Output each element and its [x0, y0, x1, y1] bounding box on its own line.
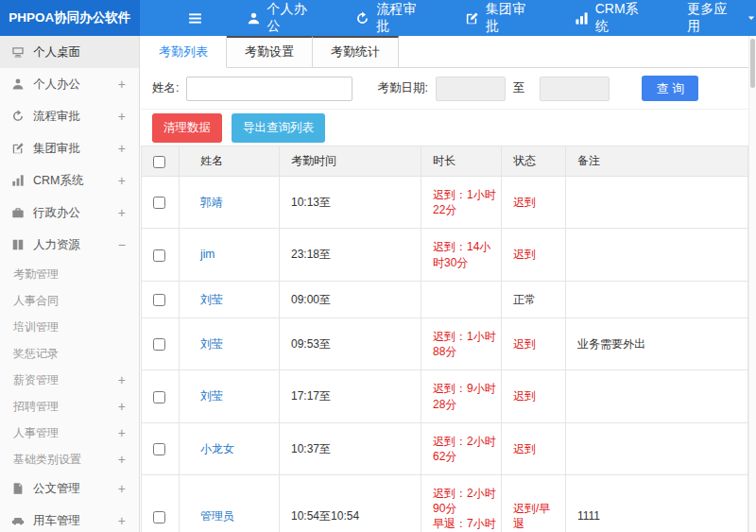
- sidebar-item-label: 人力资源: [33, 237, 80, 253]
- status: 迟到/早退: [502, 475, 566, 532]
- note: [566, 177, 748, 229]
- select-all-checkbox[interactable]: [153, 156, 165, 168]
- expand-indicator[interactable]: +: [118, 373, 126, 386]
- clean-data-button[interactable]: 清理数据: [152, 113, 222, 143]
- row-checkbox[interactable]: [153, 197, 165, 209]
- sidebar-item-label: 薪资管理: [13, 372, 59, 388]
- note: 业务需要外出: [566, 317, 748, 369]
- scrollbar-thumb[interactable]: [750, 39, 755, 88]
- chevron-down-icon: [747, 13, 756, 23]
- expand-indicator[interactable]: +: [118, 453, 126, 466]
- sidebar-item-crm[interactable]: CRM系统 +: [0, 164, 139, 197]
- duration: 迟到：2小时90分 早退：7小时10分: [421, 475, 502, 532]
- sidebar-item-label: 用车管理: [33, 513, 80, 529]
- collapse-indicator[interactable]: −: [118, 238, 126, 251]
- row-checkbox[interactable]: [153, 391, 165, 403]
- col-header-name: 姓名: [180, 146, 280, 177]
- sidebar-item-document-mgmt[interactable]: 公文管理 +: [0, 472, 139, 505]
- top-nav: 个人办公 流程审批 集团审批 CRM系统 更多应用: [247, 1, 756, 35]
- sidebar-subitem-attendance-mgmt[interactable]: 考勤管理: [0, 261, 139, 287]
- nav-more-apps[interactable]: 更多应用: [687, 1, 756, 35]
- employee-name-link[interactable]: 郭靖: [200, 196, 223, 209]
- nav-label: 更多应用: [687, 1, 740, 35]
- expand-indicator[interactable]: +: [118, 77, 126, 91]
- table-row: 小龙女 10:37至 迟到：2小时62分 迟到: [142, 422, 748, 474]
- nav-crm-system[interactable]: CRM系统: [575, 1, 652, 35]
- row-checkbox[interactable]: [153, 443, 165, 455]
- sidebar-subitem-salary-mgmt[interactable]: 薪资管理 +: [0, 367, 139, 393]
- sidebar-item-label: 基础类别设置: [13, 452, 81, 468]
- sidebar-item-personal-office[interactable]: 个人办公 +: [0, 68, 139, 100]
- sidebar-item-label: 个人办公: [33, 77, 80, 93]
- sidebar-subitem-personnel-mgmt[interactable]: 人事管理 +: [0, 420, 139, 446]
- nav-personal-office[interactable]: 个人办公: [247, 1, 320, 35]
- expand-indicator[interactable]: +: [118, 110, 126, 123]
- car-icon: [11, 514, 25, 527]
- sidebar-subitem-hr-contract[interactable]: 人事合同: [0, 287, 139, 314]
- person-icon: [11, 77, 25, 91]
- sidebar-item-admin-office[interactable]: 行政办公 +: [0, 197, 139, 229]
- hamburger-menu-button[interactable]: [187, 10, 203, 26]
- flow-icon: [355, 11, 369, 26]
- employee-name-link[interactable]: 刘莹: [200, 389, 223, 403]
- sidebar-item-label: 考勤管理: [13, 266, 59, 283]
- briefcase-icon: [11, 206, 25, 219]
- expand-indicator[interactable]: +: [118, 142, 126, 155]
- employee-name-link[interactable]: 小龙女: [200, 442, 234, 455]
- sidebar-item-desktop[interactable]: 个人桌面: [0, 36, 139, 68]
- nav-workflow-approval[interactable]: 流程审批: [355, 1, 429, 35]
- expand-indicator[interactable]: +: [118, 400, 126, 413]
- sidebar-item-hr[interactable]: 人力资源 −: [0, 229, 139, 261]
- action-bar: 清理数据 导出查询列表: [141, 110, 748, 146]
- tab-attendance-settings[interactable]: 考勤设置: [227, 36, 313, 68]
- row-checkbox[interactable]: [153, 338, 165, 351]
- duration: 迟到：1小时22分: [421, 177, 502, 229]
- tab-attendance-stats[interactable]: 考勤统计: [313, 36, 399, 68]
- row-checkbox[interactable]: [153, 511, 165, 523]
- row-checkbox[interactable]: [153, 249, 165, 262]
- sidebar-item-workflow-approval[interactable]: 流程审批 +: [0, 100, 139, 132]
- nav-label: 集团审批: [486, 1, 539, 35]
- attendance-time: 10:37至: [280, 422, 421, 474]
- nav-group-approval[interactable]: 集团审批: [465, 1, 539, 35]
- sidebar-subitem-recruitment-mgmt[interactable]: 招聘管理 +: [0, 393, 139, 420]
- edit-icon: [465, 11, 479, 26]
- sidebar-item-label: 人事合同: [13, 293, 59, 309]
- sidebar-subitem-training-mgmt[interactable]: 培训管理: [0, 314, 139, 340]
- col-header-duration: 时长: [421, 146, 502, 177]
- status: 迟到: [502, 317, 566, 369]
- expand-indicator[interactable]: +: [118, 482, 126, 495]
- employee-name-link[interactable]: jim: [200, 248, 215, 261]
- duration: 迟到：9小时28分: [421, 370, 502, 422]
- table-row: 刘莹 09:53至 迟到：1小时88分 迟到 业务需要外出: [142, 317, 748, 369]
- row-checkbox[interactable]: [153, 294, 165, 306]
- name-filter-input[interactable]: [186, 77, 352, 101]
- sidebar-subitem-base-category-settings[interactable]: 基础类别设置 +: [0, 446, 139, 472]
- expand-indicator[interactable]: +: [118, 426, 126, 439]
- search-button[interactable]: 查 询: [642, 76, 698, 101]
- page-scrollbar[interactable]: [748, 36, 756, 532]
- sidebar-item-vehicle-mgmt[interactable]: 用车管理 +: [0, 505, 139, 532]
- col-header-note: 备注: [566, 146, 748, 177]
- attendance-table: 姓名 考勤时间 时长 状态 备注 郭靖 10:13至 迟到：1小时22分 迟到 …: [141, 146, 748, 532]
- status: 迟到: [502, 177, 566, 229]
- expand-indicator[interactable]: +: [118, 514, 126, 527]
- expand-indicator[interactable]: +: [118, 206, 126, 219]
- note: [566, 422, 748, 474]
- employee-name-link[interactable]: 刘莹: [200, 293, 223, 306]
- tab-attendance-list[interactable]: 考勤列表: [141, 36, 227, 68]
- date-to-input[interactable]: [540, 77, 610, 101]
- export-list-button[interactable]: 导出查询列表: [232, 113, 325, 143]
- employee-name-link[interactable]: 管理员: [200, 509, 234, 523]
- employee-name-link[interactable]: 刘莹: [200, 337, 223, 351]
- sidebar-subitem-reward-records[interactable]: 奖惩记录: [0, 340, 139, 367]
- topbar: PHPOA协同办公软件 个人办公 流程审批 集团审批 CRM系统 更多应用: [0, 0, 756, 36]
- date-to-label: 至: [513, 80, 525, 96]
- date-from-input[interactable]: [436, 77, 506, 101]
- chart-icon: [11, 174, 25, 187]
- book-icon: [11, 238, 25, 251]
- sidebar-item-group-approval[interactable]: 集团审批 +: [0, 132, 139, 164]
- expand-indicator[interactable]: +: [118, 174, 126, 187]
- note: [566, 229, 748, 281]
- attendance-time: 09:53至: [280, 317, 421, 369]
